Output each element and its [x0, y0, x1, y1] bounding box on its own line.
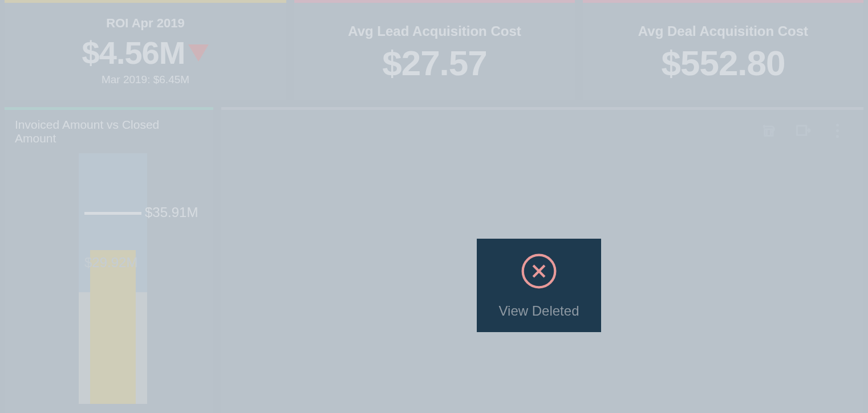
- panel-invoiced-vs-closed[interactable]: Invoiced Amount vs Closed Amount $35.91M…: [5, 107, 213, 413]
- view-deleted-toast: View Deleted: [477, 239, 601, 332]
- svg-rect-0: [797, 126, 806, 135]
- kpi-title: Avg Deal Acquisition Cost: [638, 23, 808, 39]
- trend-down-icon: [188, 44, 209, 62]
- kpi-value: $552.80: [661, 43, 785, 83]
- kpi-value: $27.57: [382, 43, 487, 83]
- error-circle-icon: [520, 252, 558, 293]
- panel-toolbar: [760, 121, 846, 140]
- toast-message: View Deleted: [499, 303, 579, 319]
- chart-target-marker: [84, 212, 141, 215]
- chart-target-label: $35.91M: [145, 205, 198, 220]
- undo-delete-icon[interactable]: [760, 121, 778, 140]
- kpi-subtext: Mar 2019: $6.45M: [102, 73, 189, 86]
- panel-title: Invoiced Amount vs Closed Amount: [5, 110, 213, 153]
- kpi-card-lead-cost[interactable]: Avg Lead Acquisition Cost $27.57: [294, 0, 575, 100]
- kpi-value-text: $4.56M: [82, 34, 185, 71]
- kpi-title: ROI Apr 2019: [106, 16, 184, 31]
- bullet-chart: $35.91M $29.92M: [39, 153, 181, 404]
- kpi-title: Avg Lead Acquisition Cost: [348, 23, 521, 39]
- chart-actual-bar: [90, 250, 136, 404]
- kpi-card-roi[interactable]: ROI Apr 2019 $4.56M Mar 2019: $6.45M: [5, 0, 286, 100]
- export-icon[interactable]: [794, 121, 812, 140]
- kpi-value: $4.56M: [82, 34, 209, 71]
- more-icon[interactable]: [828, 121, 846, 140]
- kpi-card-deal-cost[interactable]: Avg Deal Acquisition Cost $552.80: [583, 0, 863, 100]
- chart-actual-label: $29.92M: [84, 255, 137, 271]
